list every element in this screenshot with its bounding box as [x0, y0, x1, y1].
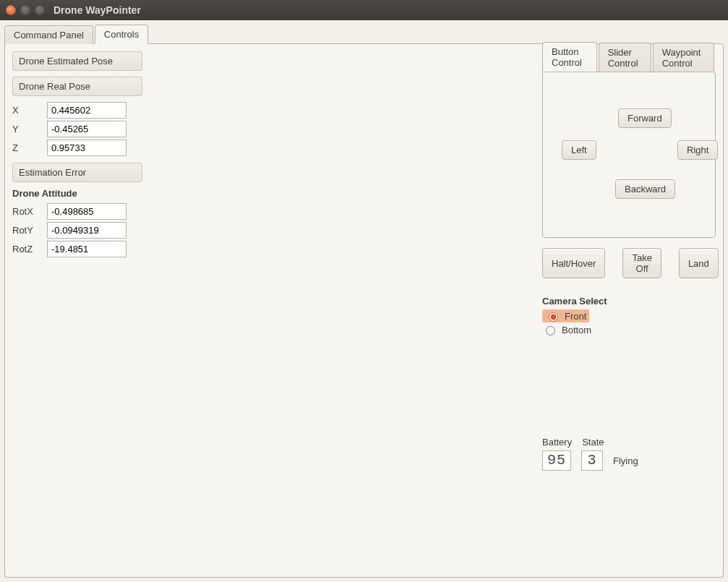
right-button[interactable]: Right: [677, 140, 718, 160]
rotx-label: RotX: [12, 206, 41, 217]
controls-pane: Button Control Slider Control Waypoint C…: [4, 43, 724, 578]
left-button[interactable]: Left: [562, 140, 596, 160]
tab-controls[interactable]: Controls: [95, 25, 148, 44]
camera-bottom-radio[interactable]: [546, 326, 555, 335]
tab-command-panel[interactable]: Command Panel: [4, 25, 93, 44]
left-lower: Camera Select Front Bottom Battery: [542, 296, 728, 566]
pose-z-input[interactable]: [47, 140, 127, 156]
camera-front-option[interactable]: Front: [542, 309, 589, 322]
backward-button[interactable]: Backward: [615, 179, 675, 199]
close-icon[interactable]: [6, 5, 16, 15]
pose-x-label: X: [12, 105, 41, 116]
tab-button-control[interactable]: Button Control: [542, 42, 597, 72]
inner-tab-container: Button Control Slider Control Waypoint C…: [542, 51, 716, 566]
inner-tabbar: Button Control Slider Control Waypoint C…: [542, 51, 716, 72]
estimation-error-header[interactable]: Estimation Error: [12, 163, 142, 182]
button-control-pane: Forward Left Right Backward Rotate Count…: [542, 72, 716, 238]
state-label: State: [582, 437, 604, 448]
forward-button[interactable]: Forward: [618, 108, 672, 128]
pose-y-label: Y: [12, 124, 41, 134]
roty-input[interactable]: [47, 222, 127, 239]
camera-bottom-option[interactable]: Bottom: [542, 324, 728, 335]
pose-x-input[interactable]: [47, 102, 127, 119]
camera-bottom-label: Bottom: [562, 325, 591, 335]
rotx-input[interactable]: [47, 203, 127, 220]
outer-tabbar: Command Panel Controls: [4, 23, 724, 43]
pose-y-input[interactable]: [47, 121, 127, 137]
halt-hover-button[interactable]: Halt/Hover: [542, 248, 605, 278]
window-body: Command Panel Controls Button Control Sl…: [0, 20, 728, 582]
battery-value: 95: [542, 450, 571, 471]
attitude-header: Drone Attitude: [12, 188, 532, 199]
camera-front-radio[interactable]: [549, 312, 558, 322]
tab-waypoint-control[interactable]: Waypoint Control: [653, 43, 714, 72]
camera-front-label: Front: [565, 311, 586, 322]
window-controls: [6, 5, 45, 15]
takeoff-button[interactable]: Take Off: [622, 248, 661, 278]
lower-panel: Camera Select Front Bottom Battery: [542, 296, 716, 566]
titlebar: Drone WayPointer: [0, 0, 728, 20]
battery-label: Battery: [542, 437, 572, 448]
real-pose-header[interactable]: Drone Real Pose: [12, 77, 142, 96]
pose-z-label: Z: [12, 142, 41, 153]
rotz-label: RotZ: [12, 244, 41, 254]
pose-sidebar: Drone Estimated Pose Drone Real Pose X Y…: [12, 51, 532, 570]
estimated-pose-header[interactable]: Drone Estimated Pose: [12, 51, 142, 71]
state-value: 3: [581, 450, 603, 471]
tab-slider-control[interactable]: Slider Control: [599, 43, 651, 72]
land-button[interactable]: Land: [679, 248, 719, 278]
state-text: Flying: [613, 455, 638, 466]
flight-action-row: Halt/Hover Take Off Land Reset: [542, 248, 716, 278]
window-title: Drone WayPointer: [53, 4, 141, 16]
roty-label: RotY: [12, 225, 41, 236]
status-block: Battery State 95 3 Flying: [542, 437, 728, 471]
camera-select-title: Camera Select: [542, 296, 728, 307]
rotz-input[interactable]: [47, 241, 127, 257]
minimize-icon[interactable]: [20, 5, 30, 15]
maximize-icon[interactable]: [35, 5, 45, 15]
